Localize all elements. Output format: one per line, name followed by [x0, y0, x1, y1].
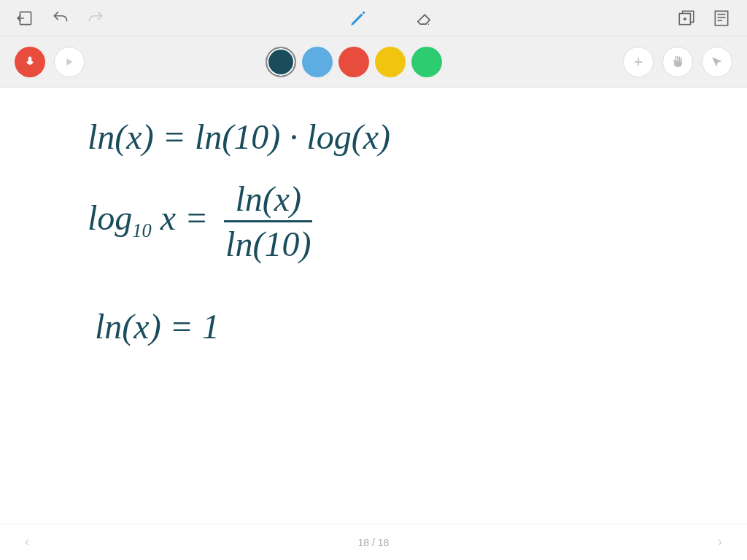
add-page-button[interactable] — [623, 47, 654, 77]
undo-button[interactable] — [50, 7, 71, 29]
pointer-icon — [710, 55, 724, 69]
bottom-bar: 18 / 18 — [0, 524, 747, 560]
hand-icon — [670, 55, 685, 69]
toolbar-left-group — [15, 7, 107, 29]
second-toolbar — [0, 36, 747, 88]
next-page-button[interactable] — [708, 528, 732, 557]
hw-sub10: 10 — [132, 219, 151, 241]
undo-icon — [51, 9, 70, 28]
top-toolbar — [0, 0, 747, 36]
layers-icon — [677, 9, 696, 28]
exit-button[interactable] — [15, 7, 36, 29]
pen-tool-button[interactable] — [347, 7, 369, 29]
color-dark-teal[interactable] — [266, 47, 296, 77]
document-icon — [712, 9, 731, 28]
svg-rect-2 — [715, 11, 727, 26]
microphone-icon — [23, 55, 36, 69]
chevron-right-icon — [715, 535, 725, 550]
play-button[interactable] — [54, 47, 85, 77]
page-controls — [623, 47, 732, 77]
hw-xeq: x = — [160, 198, 209, 237]
handwriting-line-1: ln(x) = ln(10) · log(x) — [88, 117, 390, 157]
eraser-tool-button[interactable] — [413, 7, 435, 29]
drawing-canvas[interactable]: ln(x) = ln(10) · log(x) log10 x = ln(x) … — [0, 88, 747, 524]
play-icon — [64, 57, 74, 67]
redo-button[interactable] — [85, 7, 107, 29]
exit-icon — [16, 9, 35, 28]
plus-icon — [632, 55, 645, 69]
color-blue[interactable] — [302, 47, 333, 77]
hw-log: log — [88, 198, 132, 237]
color-yellow[interactable] — [375, 47, 406, 77]
hw-denominator: ln(10) — [225, 222, 311, 264]
record-button[interactable] — [15, 47, 45, 77]
pointer-tool-button[interactable] — [702, 47, 732, 77]
handwriting-line-3: ln(x) = 1 — [95, 306, 220, 346]
document-button[interactable] — [711, 7, 732, 29]
hw-numerator: ln(x) — [224, 179, 312, 222]
color-green[interactable] — [411, 47, 442, 77]
recording-controls — [15, 47, 85, 77]
color-red[interactable] — [338, 47, 369, 77]
toolbar-center-group — [347, 7, 435, 29]
color-palette — [266, 47, 442, 77]
layers-button[interactable] — [676, 7, 697, 29]
hw-fraction: ln(x) ln(10) — [224, 179, 312, 264]
redo-icon — [86, 9, 105, 28]
page-indicator: 18 / 18 — [358, 537, 390, 548]
pencil-icon — [349, 9, 368, 28]
eraser-icon — [414, 8, 434, 28]
handwriting-line-2: log10 x = ln(x) ln(10) — [88, 179, 312, 264]
chevron-left-icon — [22, 535, 32, 550]
prev-page-button[interactable] — [15, 528, 39, 557]
hand-tool-button[interactable] — [662, 47, 693, 77]
toolbar-right-group — [676, 7, 732, 29]
